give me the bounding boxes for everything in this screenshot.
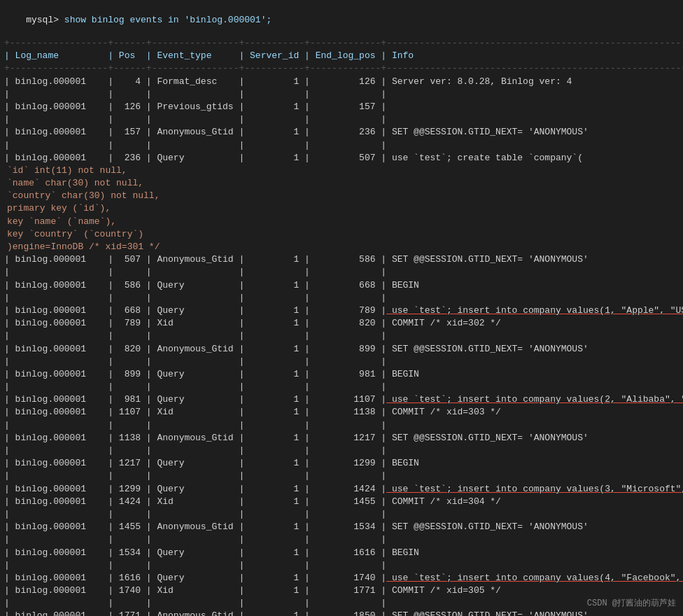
table-row: | binlog.000001 | 157 | Anonymous_Gtid |… xyxy=(1,126,682,139)
sql-command: show binlog events in 'binlog.000001'; xyxy=(64,15,272,25)
table-row: | binlog.000001 | 1740 | Xid | 1 | 1771 … xyxy=(1,584,682,597)
row-info-underlined: use `test`; insert into company values(2… xyxy=(386,394,683,405)
table-row: | binlog.000001 | 820 | Anonymous_Gtid |… xyxy=(1,343,682,356)
divider-top: +------------------+------+-------------… xyxy=(1,37,682,50)
table-row: | binlog.000001 | 126 | Previous_gtids |… xyxy=(1,101,682,113)
table-row: | binlog.000001 | 981 | Query | 1 | 1107… xyxy=(1,393,682,406)
table-header: | Log_name | Pos | Event_type | Server_i… xyxy=(1,50,682,62)
table-row: primary key (`id`), xyxy=(1,202,682,215)
table-row: | binlog.000001 | 1107 | Xid | 1 | 1138 … xyxy=(1,406,682,419)
row-info-underlined: use `test`; insert into company values(1… xyxy=(386,305,683,316)
table-row: | | | | | | xyxy=(1,330,682,342)
table-row: | | | | | | xyxy=(1,508,682,521)
table-row: | | | | | | xyxy=(1,266,682,279)
divider-header: +------------------+------+-------------… xyxy=(1,62,682,75)
table-row: | | | | | | xyxy=(1,470,682,482)
row-prefix: | binlog.000001 | 668 | Query | 1 | 789 … xyxy=(4,305,386,316)
table-row: | | | | | | xyxy=(1,356,682,368)
table-row: )engine=InnoDB /* xid=301 */ xyxy=(1,241,682,253)
table-row: | binlog.000001 | 668 | Query | 1 | 789 … xyxy=(1,304,682,317)
table-body: | binlog.000001 | 4 | Format_desc | 1 | … xyxy=(1,76,682,616)
table-row: | | | | | | xyxy=(1,139,682,152)
table-row: `name` char(30) not null, xyxy=(1,177,682,190)
row-prefix: | binlog.000001 | 981 | Query | 1 | 1107… xyxy=(4,394,386,405)
row-prefix: | binlog.000001 | 1299 | Query | 1 | 142… xyxy=(4,484,386,494)
table-row: | binlog.000001 | 1771 | Anonymous_Gtid … xyxy=(1,610,682,616)
table-row: | binlog.000001 | 1424 | Xid | 1 | 1455 … xyxy=(1,496,682,508)
table-row: | binlog.000001 | 507 | Anonymous_Gtid |… xyxy=(1,253,682,266)
row-info-underlined: use `test`; insert into company values(4… xyxy=(386,573,683,583)
table-row: | binlog.000001 | 789 | Xid | 1 | 820 | … xyxy=(1,317,682,330)
table-row: | | | | | | xyxy=(1,419,682,432)
table-row: | | | | | | xyxy=(1,444,682,457)
table-row: | binlog.000001 | 1455 | Anonymous_Gtid … xyxy=(1,521,682,533)
mysql-prompt: mysql> xyxy=(26,15,64,25)
table-row: | | | | | | xyxy=(1,559,682,572)
table-row: | binlog.000001 | 1616 | Query | 1 | 174… xyxy=(1,572,682,584)
table-row: | binlog.000001 | 1299 | Query | 1 | 142… xyxy=(1,483,682,496)
table-row: key `name` (`name`), xyxy=(1,216,682,228)
table-row: | | | | | | xyxy=(1,292,682,304)
table-row: | binlog.000001 | 4 | Format_desc | 1 | … xyxy=(1,76,682,88)
table-row: | binlog.000001 | 1217 | Query | 1 | 129… xyxy=(1,457,682,470)
table-row: | | | | | | xyxy=(1,113,682,126)
command-prompt: mysql> show binlog events in 'binlog.000… xyxy=(1,3,682,37)
table-row: | binlog.000001 | 1138 | Anonymous_Gtid … xyxy=(1,432,682,444)
row-info-underlined: use `test`; insert into company values(3… xyxy=(386,484,683,494)
table-row: | binlog.000001 | 899 | Query | 1 | 981 … xyxy=(1,368,682,381)
table-row: key `country` (`country`) xyxy=(1,228,682,241)
table-row: | | | | | | xyxy=(1,88,682,101)
table-row: | | | | | | xyxy=(1,533,682,546)
table-row: `country` char(30) not null, xyxy=(1,190,682,202)
terminal-window: mysql> show binlog events in 'binlog.000… xyxy=(0,0,683,616)
watermark: CSDN @打酱油的葫芦娃 xyxy=(587,597,676,609)
table-row: | binlog.000001 | 1534 | Query | 1 | 161… xyxy=(1,547,682,559)
table-row: | binlog.000001 | 586 | Query | 1 | 668 … xyxy=(1,279,682,292)
table-row: | | | | | | xyxy=(1,381,682,393)
row-prefix: | binlog.000001 | 1616 | Query | 1 | 174… xyxy=(4,573,386,583)
table-row: `id` int(11) not null, xyxy=(1,164,682,177)
table-row: | | | | | | xyxy=(1,597,682,610)
table-row: | binlog.000001 | 236 | Query | 1 | 507 … xyxy=(1,152,682,164)
